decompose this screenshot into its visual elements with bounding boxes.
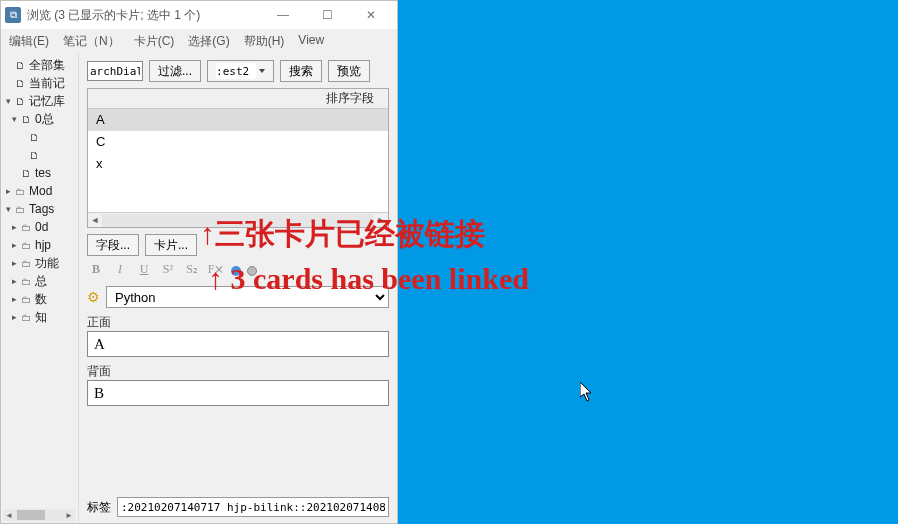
search-toolbar: 过滤... 搜索 预览 bbox=[87, 60, 389, 82]
sidebar-item[interactable]: 🗋tes bbox=[1, 164, 78, 182]
expand-chevron-icon[interactable]: ▸ bbox=[9, 258, 19, 268]
menu-edit[interactable]: 编辑(E) bbox=[9, 33, 49, 50]
folder-icon: 🗀 bbox=[13, 185, 27, 197]
italic-button[interactable]: I bbox=[111, 262, 129, 280]
menu-view[interactable]: View bbox=[298, 33, 324, 50]
sidebar-item[interactable]: ▸🗀0d bbox=[1, 218, 78, 236]
notetype-select[interactable]: Python bbox=[106, 286, 389, 308]
back-label: 背面 bbox=[87, 363, 389, 380]
bold-button[interactable]: B bbox=[87, 262, 105, 280]
menu-select[interactable]: 选择(G) bbox=[188, 33, 229, 50]
close-button[interactable]: ✕ bbox=[349, 1, 393, 29]
deck-icon: 🗋 bbox=[27, 131, 41, 143]
expand-chevron-icon[interactable]: ▾ bbox=[3, 96, 13, 106]
highlight-color-button[interactable] bbox=[247, 266, 257, 276]
folder-icon: 🗀 bbox=[13, 203, 27, 215]
sidebar-item[interactable]: ▾🗋0总 bbox=[1, 110, 78, 128]
fx-icon: ⚙ bbox=[87, 289, 100, 305]
menu-help[interactable]: 帮助(H) bbox=[244, 33, 285, 50]
tags-input[interactable] bbox=[117, 497, 389, 517]
window-controls: — ☐ ✕ bbox=[261, 1, 393, 29]
back-input[interactable] bbox=[87, 380, 389, 406]
folder-icon: 🗀 bbox=[19, 257, 33, 269]
deck-icon: 🗋 bbox=[27, 149, 41, 161]
anki-browser-window: ⧉ 浏览 (3 已显示的卡片; 选中 1 个) — ☐ ✕ 编辑(E) 笔记（N… bbox=[0, 0, 398, 524]
sidebar-item[interactable]: 🗋 bbox=[1, 128, 78, 146]
sidebar-item-label: tes bbox=[35, 166, 51, 180]
front-input[interactable] bbox=[87, 331, 389, 357]
dropdown-caret-icon bbox=[259, 69, 265, 73]
sidebar-item-label: 全部集 bbox=[29, 57, 65, 74]
scroll-left-icon[interactable]: ◄ bbox=[3, 511, 15, 520]
card-table: 排序字段 A C x ◄ ► bbox=[87, 88, 389, 228]
expand-chevron-icon[interactable]: ▸ bbox=[3, 186, 13, 196]
notetype-row: ⚙ Python bbox=[87, 286, 389, 308]
filter-button[interactable]: 过滤... bbox=[149, 60, 201, 82]
sidebar-item[interactable]: ▸🗀数 bbox=[1, 290, 78, 308]
table-body: A C x bbox=[88, 109, 388, 212]
mouse-cursor-icon bbox=[580, 382, 594, 406]
table-row[interactable]: C bbox=[88, 131, 388, 153]
table-row[interactable]: A bbox=[88, 109, 388, 131]
menu-cards[interactable]: 卡片(C) bbox=[134, 33, 175, 50]
search-input[interactable] bbox=[87, 61, 143, 81]
horizontal-scrollbar[interactable]: ◄ ► bbox=[88, 212, 388, 227]
scroll-left-icon[interactable]: ◄ bbox=[88, 215, 102, 225]
sidebar-item[interactable]: ▸🗀hjp bbox=[1, 236, 78, 254]
sidebar-item[interactable]: ▸🗀Mod bbox=[1, 182, 78, 200]
expand-chevron-icon[interactable]: ▸ bbox=[9, 276, 19, 286]
table-row[interactable]: x bbox=[88, 153, 388, 175]
fields-button[interactable]: 字段... bbox=[87, 234, 139, 256]
search-button[interactable]: 搜索 bbox=[280, 60, 322, 82]
sidebar-item-label: 记忆库 bbox=[29, 93, 65, 110]
scroll-right-icon[interactable]: ► bbox=[374, 215, 388, 225]
preview-button[interactable]: 预览 bbox=[328, 60, 370, 82]
deck-filter-dropdown[interactable] bbox=[207, 60, 274, 82]
folder-icon: 🗀 bbox=[19, 221, 33, 233]
sidebar-item[interactable]: ▸🗀总 bbox=[1, 272, 78, 290]
scroll-right-icon[interactable]: ► bbox=[63, 511, 75, 520]
subscript-button[interactable]: S₂ bbox=[183, 262, 201, 280]
fields-toolbar: 字段... 卡片... bbox=[87, 234, 389, 256]
text-color-button[interactable] bbox=[231, 266, 241, 276]
expand-chevron-icon[interactable]: ▾ bbox=[3, 204, 13, 214]
expand-chevron-icon[interactable]: ▸ bbox=[9, 222, 19, 232]
window-title: 浏览 (3 已显示的卡片; 选中 1 个) bbox=[27, 7, 261, 24]
clear-format-button[interactable]: F⨯ bbox=[207, 262, 225, 280]
sidebar-item[interactable]: ▾🗀Tags bbox=[1, 200, 78, 218]
deck-icon: 🗋 bbox=[13, 95, 27, 107]
sidebar-item-label: 数 bbox=[35, 291, 47, 308]
sidebar: 🗋全部集🗋当前记▾🗋记忆库▾🗋0总🗋🗋🗋tes▸🗀Mod▾🗀Tags▸🗀0d▸🗀… bbox=[1, 54, 79, 523]
sidebar-item[interactable]: ▾🗋记忆库 bbox=[1, 92, 78, 110]
deck-icon: 🗋 bbox=[19, 167, 33, 179]
deck-filter-input[interactable] bbox=[216, 63, 256, 79]
deck-icon: 🗋 bbox=[19, 113, 33, 125]
sidebar-item[interactable]: 🗋全部集 bbox=[1, 56, 78, 74]
menu-notes[interactable]: 笔记（N） bbox=[63, 33, 120, 50]
minimize-button[interactable]: — bbox=[261, 1, 305, 29]
main-panel: 过滤... 搜索 预览 排序字段 A C x ◄ bbox=[79, 54, 397, 523]
sidebar-item[interactable]: 🗋当前记 bbox=[1, 74, 78, 92]
expand-chevron-icon[interactable]: ▸ bbox=[9, 294, 19, 304]
superscript-button[interactable]: S² bbox=[159, 262, 177, 280]
sidebar-item-label: 当前记 bbox=[29, 75, 65, 92]
sidebar-item[interactable]: 🗋 bbox=[1, 146, 78, 164]
expand-chevron-icon[interactable]: ▾ bbox=[9, 114, 19, 124]
table-header[interactable]: 排序字段 bbox=[88, 89, 388, 109]
back-field-group: 背面 bbox=[87, 363, 389, 406]
sidebar-scrollbar[interactable]: ◄ ► bbox=[3, 509, 75, 521]
expand-chevron-icon[interactable]: ▸ bbox=[9, 312, 19, 322]
sidebar-item[interactable]: ▸🗀知 bbox=[1, 308, 78, 326]
cards-button[interactable]: 卡片... bbox=[145, 234, 197, 256]
sort-column-label: 排序字段 bbox=[326, 90, 374, 107]
sidebar-item[interactable]: ▸🗀功能 bbox=[1, 254, 78, 272]
deck-icon: 🗋 bbox=[13, 59, 27, 71]
expand-chevron-icon[interactable]: ▸ bbox=[9, 240, 19, 250]
underline-button[interactable]: U bbox=[135, 262, 153, 280]
folder-icon: 🗀 bbox=[19, 275, 33, 287]
scrollbar-thumb[interactable] bbox=[17, 510, 45, 520]
maximize-button[interactable]: ☐ bbox=[305, 1, 349, 29]
sidebar-item-label: 功能 bbox=[35, 255, 59, 272]
sidebar-item-label: 0总 bbox=[35, 111, 54, 128]
sidebar-item-label: 0d bbox=[35, 220, 48, 234]
